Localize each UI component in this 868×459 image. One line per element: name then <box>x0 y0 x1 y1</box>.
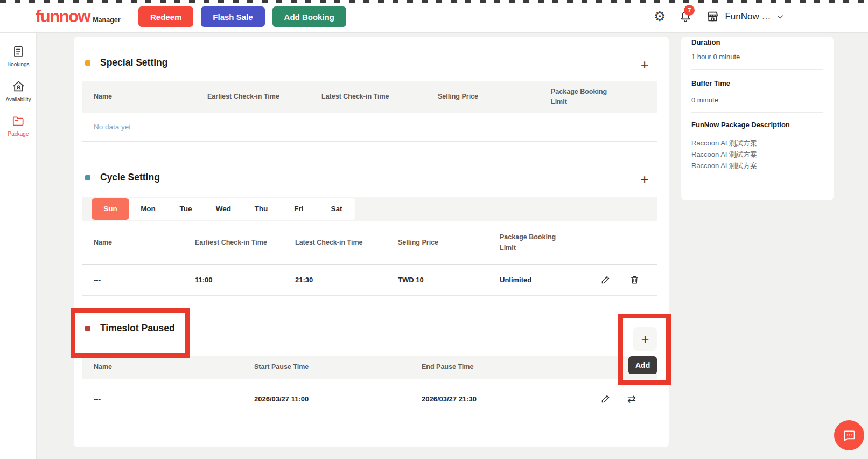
cell-selling-price: TWD 10 <box>398 276 500 284</box>
funnow-logo: funnow <box>36 8 90 26</box>
settings-gear-icon[interactable]: ⚙ <box>654 10 666 23</box>
column-header: Earliest Check-in Time <box>195 238 295 248</box>
cycle-setting-header: Cycle Setting <box>85 172 160 183</box>
package-description-line: Raccoon AI 測試方案 <box>691 150 757 159</box>
bookings-icon <box>11 45 25 59</box>
cell-end-pause-time: 2026/03/27 21:30 <box>422 395 599 403</box>
cycle-setting-title: Cycle Setting <box>100 172 160 183</box>
column-header: Earliest Check-in Time <box>207 92 321 102</box>
buffer-time-value: 0 minute <box>691 96 718 104</box>
timeslot-paused-table-row: --- 2026/03/27 11:00 2026/03/27 21:30 ⇄ <box>82 379 657 419</box>
sidebar-item-label: Availability <box>5 96 31 102</box>
cell-name: --- <box>94 276 195 284</box>
cell-earliest-checkin: 11:00 <box>195 276 295 284</box>
day-tab-wed[interactable]: Wed <box>205 198 242 220</box>
column-header: Selling Price <box>398 238 500 248</box>
special-setting-header: Special Setting <box>85 57 167 68</box>
nav-action-buttons: Redeem Flash Sale Add Booking <box>138 6 346 27</box>
column-header: Start Pause Time <box>254 362 422 372</box>
sidebar-item-availability[interactable]: Availability <box>0 79 37 102</box>
app-logo[interactable]: funnow Manager <box>36 8 121 26</box>
timeslot-paused-bullet-icon <box>85 326 90 331</box>
timeslot-add-button[interactable]: + <box>633 327 657 351</box>
duration-value: 1 hour 0 minute <box>691 53 740 61</box>
column-header: Name <box>94 92 207 102</box>
day-tabs-strip: Sun Mon Tue Wed Thu Fri Sat <box>82 197 657 221</box>
navbar-right-cluster: ⚙ 7 FunNow … <box>654 0 785 33</box>
chat-support-button[interactable] <box>834 420 864 450</box>
cycle-setting-table-row: --- 11:00 21:30 TWD 10 Unlimited <box>82 264 657 295</box>
divider <box>82 419 657 419</box>
divider <box>691 69 823 70</box>
chat-bubble-icon <box>841 427 857 443</box>
day-tab-mon[interactable]: Mon <box>129 198 167 220</box>
buffer-time-label: Buffer Time <box>691 79 730 87</box>
column-header: Name <box>94 362 254 372</box>
timeslot-paused-header: Timeslot Paused <box>85 323 175 334</box>
duration-label: Duration <box>691 38 720 46</box>
column-header: Package Booking Limit <box>500 232 567 253</box>
column-header: Name <box>94 238 195 248</box>
left-sidebar: Bookings Availability Package <box>0 33 37 459</box>
cell-name: --- <box>94 395 254 403</box>
capture-dashed-border <box>0 0 868 3</box>
package-description-line: Raccoon AI 測試方案 <box>691 161 757 171</box>
day-tab-sun[interactable]: Sun <box>92 198 129 220</box>
cell-booking-limit: Unlimited <box>500 276 599 284</box>
divider <box>691 177 823 177</box>
column-header: End Pause Time <box>422 362 599 372</box>
package-folder-icon <box>11 114 25 128</box>
package-settings-panel: Special Setting + Name Earliest Check-in… <box>74 37 669 447</box>
day-tab-fri[interactable]: Fri <box>280 198 318 220</box>
special-setting-title: Special Setting <box>100 57 167 68</box>
cycle-setting-table-header: Name Earliest Check-in Time Latest Check… <box>82 221 657 264</box>
logo-manager-label: Manager <box>93 16 120 24</box>
sidebar-item-label: Package <box>8 131 29 137</box>
cell-start-pause-time: 2026/03/27 11:00 <box>254 395 422 403</box>
top-navbar: funnow Manager Redeem Flash Sale Add Boo… <box>0 0 868 33</box>
divider <box>82 295 657 296</box>
day-tab-thu[interactable]: Thu <box>242 198 280 220</box>
column-header: Latest Check-in Time <box>321 92 438 102</box>
cell-latest-checkin: 21:30 <box>295 276 398 284</box>
package-description-label: FunNow Package Description <box>691 121 790 129</box>
store-icon <box>705 9 720 24</box>
timeslot-paused-title: Timeslot Paused <box>100 323 175 334</box>
column-header: Package Booking Limit <box>551 87 621 108</box>
column-header: Latest Check-in Time <box>295 238 398 248</box>
edit-icon[interactable] <box>599 392 612 405</box>
timeslot-paused-table-header: Name Start Pause Time End Pause Time <box>82 356 657 379</box>
package-description-line: Raccoon AI 測試方案 <box>691 138 757 148</box>
delete-trash-icon[interactable] <box>628 273 641 286</box>
redeem-button[interactable]: Redeem <box>138 6 193 27</box>
divider <box>82 141 657 142</box>
chevron-down-icon <box>775 12 785 22</box>
availability-icon <box>11 79 26 94</box>
sidebar-item-bookings[interactable]: Bookings <box>0 45 37 67</box>
special-setting-add-button[interactable]: + <box>637 57 652 72</box>
notifications-bell-icon[interactable]: 7 <box>678 10 692 24</box>
cycle-setting-bullet-icon <box>85 175 90 180</box>
edit-icon[interactable] <box>599 273 612 286</box>
special-setting-table-header: Name Earliest Check-in Time Latest Check… <box>82 81 657 113</box>
account-menu[interactable]: FunNow … <box>705 9 785 24</box>
add-booking-button[interactable]: Add Booking <box>272 6 346 27</box>
flash-sale-button[interactable]: Flash Sale <box>201 6 264 27</box>
column-header: Selling Price <box>438 92 551 102</box>
notification-badge: 7 <box>684 5 695 16</box>
sidebar-item-package[interactable]: Package <box>0 114 37 137</box>
add-tooltip: Add <box>628 356 657 374</box>
package-details-panel: Duration 1 hour 0 minute Buffer Time 0 m… <box>681 37 834 200</box>
divider <box>691 112 823 113</box>
special-setting-empty-state: No data yet <box>94 123 131 131</box>
special-setting-bullet-icon <box>85 60 90 66</box>
swap-icon[interactable]: ⇄ <box>627 394 657 404</box>
sidebar-item-label: Bookings <box>7 61 29 67</box>
account-name: FunNow … <box>725 11 771 22</box>
day-tab-sat[interactable]: Sat <box>318 198 355 220</box>
day-tab-tue[interactable]: Tue <box>167 198 205 220</box>
cycle-setting-add-button[interactable]: + <box>637 172 652 187</box>
day-tabs: Sun Mon Tue Wed Thu Fri Sat <box>92 198 355 220</box>
